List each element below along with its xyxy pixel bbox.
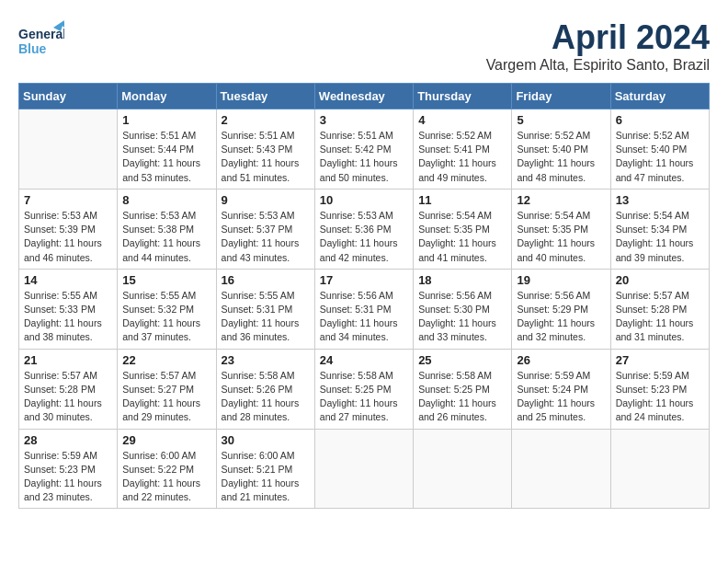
day-number: 13 [616, 193, 704, 207]
day-info: Sunrise: 6:00 AMSunset: 5:21 PMDaylight:… [222, 449, 310, 505]
day-number: 9 [222, 193, 310, 207]
day-info: Sunrise: 5:58 AMSunset: 5:25 PMDaylight:… [320, 369, 408, 425]
month-title: April 2024 [486, 18, 710, 57]
table-row: 23Sunrise: 5:58 AMSunset: 5:26 PMDayligh… [216, 349, 314, 429]
calendar-header-row: Sunday Monday Tuesday Wednesday Thursday… [19, 84, 710, 109]
day-number: 19 [517, 273, 605, 287]
day-number: 20 [616, 273, 704, 287]
day-info: Sunrise: 5:55 AMSunset: 5:32 PMDaylight:… [122, 289, 210, 345]
day-info: Sunrise: 5:55 AMSunset: 5:31 PMDaylight:… [222, 289, 310, 345]
table-row [314, 429, 413, 509]
svg-text:Blue: Blue [18, 41, 47, 56]
table-row: 4Sunrise: 5:52 AMSunset: 5:41 PMDaylight… [414, 109, 512, 190]
table-row: 18Sunrise: 5:56 AMSunset: 5:30 PMDayligh… [414, 269, 512, 349]
day-info: Sunrise: 5:59 AMSunset: 5:24 PMDaylight:… [517, 369, 605, 425]
day-number: 3 [320, 113, 408, 127]
day-info: Sunrise: 5:58 AMSunset: 5:26 PMDaylight:… [222, 369, 310, 425]
day-info: Sunrise: 5:54 AMSunset: 5:35 PMDaylight:… [418, 209, 506, 265]
day-info: Sunrise: 5:58 AMSunset: 5:25 PMDaylight:… [418, 369, 506, 425]
table-row: 10Sunrise: 5:53 AMSunset: 5:36 PMDayligh… [314, 189, 413, 269]
table-row: 21Sunrise: 5:57 AMSunset: 5:28 PMDayligh… [19, 349, 118, 429]
table-row: 15Sunrise: 5:55 AMSunset: 5:32 PMDayligh… [118, 269, 216, 349]
day-number: 14 [24, 273, 112, 287]
table-row: 28Sunrise: 5:59 AMSunset: 5:23 PMDayligh… [19, 429, 118, 509]
day-info: Sunrise: 5:56 AMSunset: 5:31 PMDaylight:… [320, 289, 408, 345]
day-info: Sunrise: 5:52 AMSunset: 5:40 PMDaylight:… [616, 129, 704, 185]
day-info: Sunrise: 5:59 AMSunset: 5:23 PMDaylight:… [24, 449, 112, 505]
day-number: 12 [517, 193, 605, 207]
day-info: Sunrise: 5:57 AMSunset: 5:27 PMDaylight:… [122, 369, 210, 425]
col-wednesday: Wednesday [314, 84, 413, 109]
table-row [512, 429, 610, 509]
table-row: 27Sunrise: 5:59 AMSunset: 5:23 PMDayligh… [610, 349, 709, 429]
calendar-table: Sunday Monday Tuesday Wednesday Thursday… [18, 83, 710, 509]
table-row: 25Sunrise: 5:58 AMSunset: 5:25 PMDayligh… [414, 349, 512, 429]
day-info: Sunrise: 5:57 AMSunset: 5:28 PMDaylight:… [24, 369, 112, 425]
day-info: Sunrise: 5:53 AMSunset: 5:37 PMDaylight:… [222, 209, 310, 265]
col-saturday: Saturday [610, 84, 709, 109]
day-number: 28 [24, 433, 112, 447]
day-number: 10 [320, 193, 408, 207]
day-info: Sunrise: 5:56 AMSunset: 5:29 PMDaylight:… [517, 289, 605, 345]
table-row: 6Sunrise: 5:52 AMSunset: 5:40 PMDaylight… [610, 109, 709, 190]
table-row: 16Sunrise: 5:55 AMSunset: 5:31 PMDayligh… [216, 269, 314, 349]
day-number: 2 [222, 113, 310, 127]
table-row: 7Sunrise: 5:53 AMSunset: 5:39 PMDaylight… [19, 189, 118, 269]
day-info: Sunrise: 5:54 AMSunset: 5:35 PMDaylight:… [517, 209, 605, 265]
day-info: Sunrise: 5:55 AMSunset: 5:33 PMDaylight:… [24, 289, 112, 345]
calendar-week-row: 21Sunrise: 5:57 AMSunset: 5:28 PMDayligh… [19, 349, 710, 429]
table-row: 20Sunrise: 5:57 AMSunset: 5:28 PMDayligh… [610, 269, 709, 349]
table-row: 30Sunrise: 6:00 AMSunset: 5:21 PMDayligh… [216, 429, 314, 509]
day-info: Sunrise: 5:53 AMSunset: 5:38 PMDaylight:… [122, 209, 210, 265]
day-info: Sunrise: 5:52 AMSunset: 5:41 PMDaylight:… [418, 129, 506, 185]
day-info: Sunrise: 5:51 AMSunset: 5:44 PMDaylight:… [122, 129, 210, 185]
day-info: Sunrise: 5:51 AMSunset: 5:43 PMDaylight:… [222, 129, 310, 185]
day-number: 22 [122, 353, 210, 367]
day-number: 7 [24, 193, 112, 207]
day-number: 6 [616, 113, 704, 127]
col-sunday: Sunday [19, 84, 118, 109]
day-number: 24 [320, 353, 408, 367]
table-row: 22Sunrise: 5:57 AMSunset: 5:27 PMDayligh… [118, 349, 216, 429]
calendar-week-row: 7Sunrise: 5:53 AMSunset: 5:39 PMDaylight… [19, 189, 710, 269]
table-row: 5Sunrise: 5:52 AMSunset: 5:40 PMDaylight… [512, 109, 610, 190]
day-info: Sunrise: 5:51 AMSunset: 5:42 PMDaylight:… [320, 129, 408, 185]
col-tuesday: Tuesday [216, 84, 314, 109]
day-number: 30 [222, 433, 310, 447]
table-row [610, 429, 709, 509]
table-row: 13Sunrise: 5:54 AMSunset: 5:34 PMDayligh… [610, 189, 709, 269]
day-number: 16 [222, 273, 310, 287]
table-row: 29Sunrise: 6:00 AMSunset: 5:22 PMDayligh… [118, 429, 216, 509]
table-row: 9Sunrise: 5:53 AMSunset: 5:37 PMDaylight… [216, 189, 314, 269]
day-number: 5 [517, 113, 605, 127]
table-row: 2Sunrise: 5:51 AMSunset: 5:43 PMDaylight… [216, 109, 314, 190]
day-info: Sunrise: 5:59 AMSunset: 5:23 PMDaylight:… [616, 369, 704, 425]
day-info: Sunrise: 5:56 AMSunset: 5:30 PMDaylight:… [418, 289, 506, 345]
col-friday: Friday [512, 84, 610, 109]
table-row: 19Sunrise: 5:56 AMSunset: 5:29 PMDayligh… [512, 269, 610, 349]
day-info: Sunrise: 5:53 AMSunset: 5:36 PMDaylight:… [320, 209, 408, 265]
day-info: Sunrise: 5:57 AMSunset: 5:28 PMDaylight:… [616, 289, 704, 345]
day-info: Sunrise: 5:53 AMSunset: 5:39 PMDaylight:… [24, 209, 112, 265]
day-info: Sunrise: 6:00 AMSunset: 5:22 PMDaylight:… [122, 449, 210, 505]
table-row: 12Sunrise: 5:54 AMSunset: 5:35 PMDayligh… [512, 189, 610, 269]
col-monday: Monday [118, 84, 216, 109]
table-row [19, 109, 118, 190]
day-number: 8 [122, 193, 210, 207]
calendar-week-row: 1Sunrise: 5:51 AMSunset: 5:44 PMDaylight… [19, 109, 710, 190]
day-number: 18 [418, 273, 506, 287]
day-number: 1 [122, 113, 210, 127]
day-number: 11 [418, 193, 506, 207]
table-row: 14Sunrise: 5:55 AMSunset: 5:33 PMDayligh… [19, 269, 118, 349]
logo: General Blue [18, 18, 64, 64]
day-info: Sunrise: 5:52 AMSunset: 5:40 PMDaylight:… [517, 129, 605, 185]
table-row: 17Sunrise: 5:56 AMSunset: 5:31 PMDayligh… [314, 269, 413, 349]
table-row [414, 429, 512, 509]
table-row: 26Sunrise: 5:59 AMSunset: 5:24 PMDayligh… [512, 349, 610, 429]
table-row: 3Sunrise: 5:51 AMSunset: 5:42 PMDaylight… [314, 109, 413, 190]
day-number: 17 [320, 273, 408, 287]
table-row: 1Sunrise: 5:51 AMSunset: 5:44 PMDaylight… [118, 109, 216, 190]
day-number: 4 [418, 113, 506, 127]
page-header: General Blue April 2024 Vargem Alta, Esp… [18, 18, 710, 74]
logo-icon: General Blue [18, 18, 64, 64]
